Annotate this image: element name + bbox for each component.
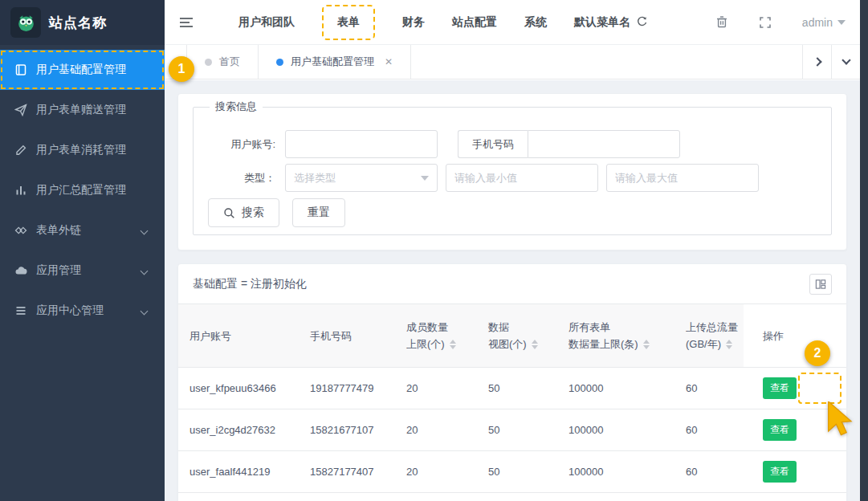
view-button[interactable]: 查看 bbox=[763, 377, 797, 399]
fullscreen-icon[interactable] bbox=[759, 16, 772, 29]
cell-forms: 100000 bbox=[557, 409, 674, 451]
table-header-row: 用户账号 手机号码 成员数量 上限(个) 数据 视图(个) 所 bbox=[178, 304, 846, 368]
nav-item-default-menu[interactable]: 默认菜单名 bbox=[574, 15, 648, 30]
sidebar-item-app-management[interactable]: 应用管理 bbox=[0, 250, 165, 291]
bar-chart-icon bbox=[14, 184, 27, 197]
sidebar-item-label: 表单外链 bbox=[36, 223, 81, 238]
cell-forms: 100000 bbox=[557, 451, 674, 493]
owl-logo-icon bbox=[10, 7, 41, 38]
cell-data: 50 bbox=[477, 368, 557, 409]
table-card-header: 基础配置 = 注册初始化 bbox=[178, 264, 846, 304]
col-upload-traffic[interactable]: 上传总流量 (GB/年) bbox=[674, 304, 744, 368]
cell-data: 50 bbox=[477, 409, 557, 451]
tab-bar: 首页 用户基础配置管理 ✕ bbox=[165, 45, 860, 79]
nav-item-users-teams[interactable]: 用户和团队 bbox=[238, 15, 295, 30]
cell-phone: 19187777479 bbox=[299, 368, 395, 409]
phone-label: 手机号码 bbox=[458, 130, 528, 158]
page-scrollbar[interactable] bbox=[860, 0, 868, 501]
sidebar-item-user-form-consume[interactable]: 用户表单消耗管理 bbox=[0, 130, 165, 170]
cell-phone: 15821677107 bbox=[299, 409, 395, 451]
sidebar-item-form-external-link[interactable]: 表单外链 bbox=[0, 210, 165, 250]
sidebar-item-user-summary-config[interactable]: 用户汇总配置管理 bbox=[0, 170, 165, 210]
sort-icon[interactable] bbox=[726, 340, 732, 349]
sidebar-item-app-center-management[interactable]: 应用中心管理 bbox=[0, 291, 165, 331]
site-title: 站点名称 bbox=[49, 14, 107, 32]
username: admin bbox=[802, 16, 833, 29]
account-label: 用户账号: bbox=[208, 137, 285, 152]
top-navbar: 用户和团队 表单 财务 站点配置 系统 默认菜单名 admin bbox=[165, 0, 860, 45]
chevron-down-icon bbox=[141, 267, 149, 275]
sort-icon[interactable] bbox=[532, 340, 538, 349]
nav-item-label: 财务 bbox=[402, 15, 425, 30]
type-select-placeholder: 选择类型 bbox=[294, 171, 336, 185]
nav-item-label: 站点配置 bbox=[452, 15, 497, 30]
search-fieldset: 搜索信息 用户账号: 手机号码 类型： 选择类型 bbox=[193, 107, 832, 235]
trash-icon[interactable] bbox=[715, 15, 728, 29]
send-icon bbox=[14, 104, 27, 116]
chevron-down-icon bbox=[141, 226, 149, 234]
sidebar-item-label: 用户表单赠送管理 bbox=[36, 103, 126, 117]
cell-actions: 查看编辑 bbox=[744, 451, 846, 493]
sort-icon[interactable] bbox=[450, 340, 456, 349]
search-button-label: 搜索 bbox=[242, 206, 264, 220]
chevron-right-icon bbox=[813, 57, 821, 66]
step-badge-2: 2 bbox=[805, 340, 830, 366]
search-button[interactable]: 搜索 bbox=[208, 198, 279, 227]
tab-label: 首页 bbox=[219, 55, 240, 69]
max-value-input[interactable] bbox=[606, 164, 759, 192]
tab-user-base-config[interactable]: 用户基础配置管理 ✕ bbox=[259, 45, 411, 79]
step-badge-1: 1 bbox=[169, 56, 194, 82]
tab-home[interactable]: 首页 bbox=[186, 45, 259, 79]
nav-item-system[interactable]: 系统 bbox=[524, 15, 547, 30]
sidebar-item-user-base-config[interactable]: 用户基础配置管理 bbox=[0, 50, 165, 90]
cell-phone: 19124655489 bbox=[299, 493, 395, 501]
col-account: 用户账号 bbox=[178, 304, 299, 368]
cell-upload: 60 bbox=[674, 409, 744, 451]
col-data-views[interactable]: 数据 视图(个) bbox=[477, 304, 557, 368]
nav-item-label: 系统 bbox=[524, 15, 547, 30]
tab-dot-icon bbox=[276, 59, 283, 66]
tab-menu-button[interactable] bbox=[831, 45, 860, 79]
cell-upload: 60 bbox=[674, 368, 744, 409]
cell-member: 20 bbox=[395, 493, 477, 501]
main-area: 用户和团队 表单 财务 站点配置 系统 默认菜单名 admin bbox=[165, 0, 860, 501]
nav-item-site-config[interactable]: 站点配置 bbox=[452, 15, 497, 30]
view-button[interactable]: 查看 bbox=[763, 461, 797, 483]
close-icon[interactable]: ✕ bbox=[385, 56, 393, 67]
logo-row: 站点名称 bbox=[0, 0, 165, 45]
sidebar: 站点名称 用户基础配置管理 用户表单赠送管理 用户表单消耗管理 用户汇总配置管理 bbox=[0, 0, 165, 501]
nav-item-forms[interactable]: 表单 bbox=[322, 5, 375, 40]
nav-item-label: 默认菜单名 bbox=[574, 15, 630, 30]
account-input[interactable] bbox=[285, 130, 438, 158]
user-config-table: 用户账号 手机号码 成员数量 上限(个) 数据 视图(个) 所 bbox=[178, 304, 846, 501]
col-member-limit[interactable]: 成员数量 上限(个) bbox=[395, 304, 477, 368]
user-menu[interactable]: admin bbox=[802, 16, 846, 29]
collapse-sidebar-icon[interactable] bbox=[179, 16, 194, 29]
type-select[interactable]: 选择类型 bbox=[285, 164, 438, 192]
reset-button[interactable]: 重置 bbox=[292, 198, 345, 227]
phone-input[interactable] bbox=[528, 130, 680, 158]
search-row-1: 用户账号: 手机号码 bbox=[208, 130, 817, 158]
sidebar-item-label: 用户基础配置管理 bbox=[36, 63, 126, 77]
table-title: 基础配置 = 注册初始化 bbox=[193, 277, 307, 291]
search-panel: 搜索信息 用户账号: 手机号码 类型： 选择类型 bbox=[177, 93, 847, 250]
view-button[interactable]: 查看 bbox=[763, 419, 797, 441]
column-settings-button[interactable] bbox=[809, 274, 832, 295]
sidebar-item-label: 应用管理 bbox=[36, 263, 81, 278]
nav-item-label: 表单 bbox=[337, 15, 360, 30]
sidebar-item-user-form-gift[interactable]: 用户表单赠送管理 bbox=[0, 90, 165, 130]
tab-scroll-right-button[interactable] bbox=[802, 45, 831, 79]
type-label: 类型： bbox=[208, 171, 285, 185]
tab-label: 用户基础配置管理 bbox=[291, 55, 374, 69]
list-icon bbox=[14, 304, 27, 317]
col-forms-limit[interactable]: 所有表单 数据量上限(条) bbox=[557, 304, 674, 368]
cell-member: 20 bbox=[395, 409, 477, 451]
min-value-input[interactable] bbox=[446, 164, 598, 192]
sort-icon[interactable] bbox=[643, 340, 650, 349]
cloud-icon bbox=[14, 264, 27, 277]
app-window: 站点名称 用户基础配置管理 用户表单赠送管理 用户表单消耗管理 用户汇总配置管理 bbox=[0, 0, 868, 501]
table-row: user_i2cg4d27632 15821677107 20 50 10000… bbox=[178, 409, 846, 451]
refresh-icon[interactable] bbox=[636, 16, 648, 28]
nav-item-finance[interactable]: 财务 bbox=[402, 15, 425, 30]
cell-member: 20 bbox=[395, 368, 477, 409]
